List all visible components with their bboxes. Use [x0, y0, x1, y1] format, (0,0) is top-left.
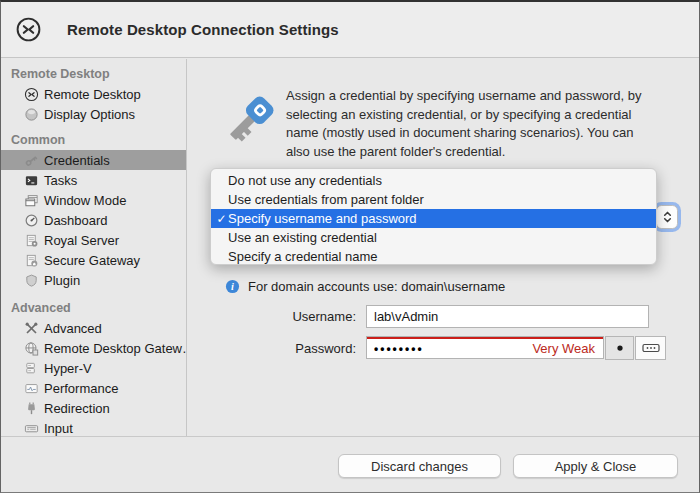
secure-gateway-icon [24, 253, 39, 268]
sidebar-item-remote-desktop-gateway[interactable]: Remote Desktop Gatew… [1, 338, 186, 358]
description-line: also use the parent folder's credential. [286, 143, 666, 162]
domain-account-hint: For domain accounts use: domain\username [248, 279, 505, 294]
reveal-password-button[interactable] [605, 336, 634, 360]
username-label: Username: [231, 309, 356, 324]
description-line: selecting an existing credential, or by … [286, 106, 666, 125]
menu-item-label: Use an existing credential [228, 230, 377, 245]
plugin-icon [24, 273, 39, 288]
svg-text:i: i [231, 281, 234, 292]
dot-icon [613, 341, 627, 355]
settings-window: Remote Desktop Connection Settings Remot… [0, 0, 700, 493]
credentials-description: Assign a credential by specifying userna… [286, 87, 666, 162]
menu-item-specify-a-credential-name[interactable]: Specify a credential name [211, 247, 656, 266]
sidebar-item-hyper-v[interactable]: Hyper-V [1, 358, 186, 378]
sidebar-section-header: Remote Desktop [1, 64, 186, 84]
sidebar-item-label: Credentials [44, 153, 110, 168]
password-generator-icon [641, 340, 661, 356]
dashboard-icon [24, 213, 39, 228]
password-assistant-button[interactable] [635, 336, 666, 360]
window-mode-icon [24, 193, 39, 208]
sidebar-item-label: Remote Desktop [44, 87, 141, 102]
sidebar-item-tasks[interactable]: Tasks [1, 170, 186, 190]
sidebar-item-label: Display Options [44, 107, 135, 122]
window-title: Remote Desktop Connection Settings [67, 21, 339, 38]
sidebar-item-label: Remote Desktop Gatew… [44, 341, 187, 356]
sidebar-item-label: Window Mode [44, 193, 126, 208]
menu-item-use-an-existing-credential[interactable]: Use an existing credential [211, 228, 656, 247]
password-input[interactable] [367, 339, 541, 358]
title-bar: Remote Desktop Connection Settings [1, 2, 699, 58]
menu-item-label: Do not use any credentials [228, 173, 382, 188]
sidebar-item-label: Royal Server [44, 233, 119, 248]
remote-desktop-icon [15, 16, 42, 43]
key-icon [24, 153, 39, 168]
credential-mode-menu: Do not use any credentials Use credentia… [210, 168, 657, 265]
sidebar-item-dashboard[interactable]: Dashboard [1, 210, 186, 230]
sidebar-item-remote-desktop[interactable]: Remote Desktop [1, 84, 186, 104]
menu-item-label: Specify a credential name [228, 249, 378, 264]
sidebar-item-redirection[interactable]: Redirection [1, 398, 186, 418]
sidebar-item-advanced[interactable]: Advanced [1, 318, 186, 338]
sidebar-item-display-options[interactable]: Display Options [1, 104, 186, 124]
remote-desktop-gateway-icon [24, 341, 39, 356]
apply-and-close-button[interactable]: Apply & Close [513, 454, 678, 478]
username-input[interactable] [366, 305, 649, 328]
password-field: Very Weak [366, 336, 604, 359]
sidebar-item-label: Tasks [44, 173, 77, 188]
sidebar-item-secure-gateway[interactable]: Secure Gateway [1, 250, 186, 270]
sidebar-section-header: Common [1, 130, 186, 150]
redirection-icon [24, 401, 39, 416]
sidebar-item-label: Secure Gateway [44, 253, 140, 268]
chevron-up-down-icon [661, 209, 674, 225]
menu-item-specify-username-and-password[interactable]: ✓ Specify username and password [211, 209, 656, 228]
tasks-icon [24, 173, 39, 188]
advanced-icon [24, 321, 39, 336]
info-icon: i [225, 279, 240, 294]
key-icon [222, 89, 281, 148]
password-strength-label: Very Weak [532, 341, 595, 356]
sidebar-item-label: Performance [44, 381, 118, 396]
sidebar-item-royal-server[interactable]: Royal Server [1, 230, 186, 250]
sidebar-item-label: Dashboard [44, 213, 108, 228]
sidebar-item-label: Plugin [44, 273, 80, 288]
sidebar-item-credentials[interactable]: Credentials [1, 150, 186, 170]
sidebar-section-header: Advanced [1, 298, 186, 318]
hyper-v-icon [24, 361, 39, 376]
sidebar-item-plugin[interactable]: Plugin [1, 270, 186, 290]
sidebar-item-label: Redirection [44, 401, 110, 416]
checkmark-icon: ✓ [211, 212, 228, 226]
performance-icon [24, 381, 39, 396]
footer-bar: Discard changes Apply & Close [1, 436, 699, 493]
input-icon [24, 421, 39, 436]
menu-item-do-not-use-any-credentials[interactable]: Do not use any credentials [211, 171, 656, 190]
sidebar-item-label: Hyper-V [44, 361, 92, 376]
sidebar-item-label: Input [44, 421, 73, 436]
sidebar-item-performance[interactable]: Performance [1, 378, 186, 398]
credential-mode-popup-button[interactable] [656, 205, 678, 229]
discard-changes-button[interactable]: Discard changes [338, 454, 501, 478]
display-options-icon [24, 107, 39, 122]
menu-item-label: Specify username and password [228, 211, 417, 226]
sidebar-item-input[interactable]: Input [1, 418, 186, 436]
royal-server-icon [24, 233, 39, 248]
menu-item-label: Use credentials from parent folder [228, 192, 424, 207]
settings-sidebar: Remote Desktop Remote Desktop Display Op… [1, 59, 187, 436]
sidebar-item-label: Advanced [44, 321, 102, 336]
password-label: Password: [231, 341, 356, 356]
description-line: name (mostly used in document sharing sc… [286, 124, 666, 143]
remote-desktop-icon [24, 87, 39, 102]
menu-item-use-credentials-from-parent-folder[interactable]: Use credentials from parent folder [211, 190, 656, 209]
description-line: Assign a credential by specifying userna… [286, 87, 666, 106]
sidebar-item-window-mode[interactable]: Window Mode [1, 190, 186, 210]
